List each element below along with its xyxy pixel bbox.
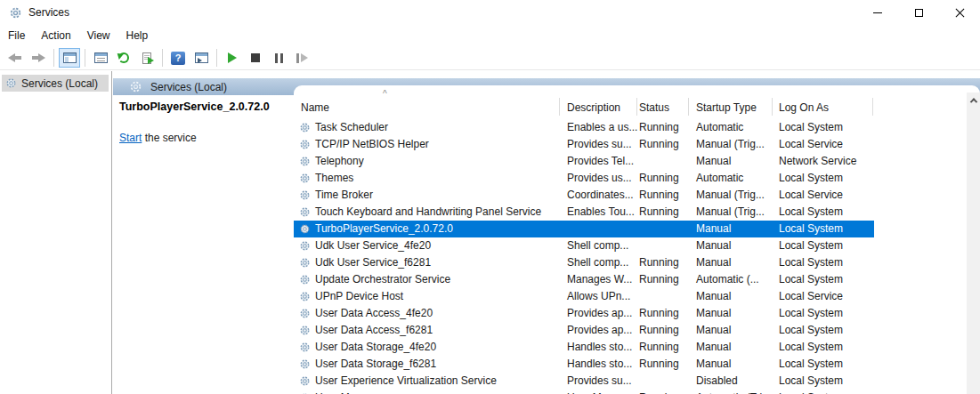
menu-file[interactable]: File (0, 27, 33, 44)
close-button[interactable] (939, 0, 980, 25)
table-row[interactable]: User Data Storage_f6281 Handles sto... R… (294, 356, 967, 373)
cell-description: Provides ap... (567, 305, 632, 322)
table-row[interactable]: Telephony Provides Tel... Manual Network… (294, 153, 967, 170)
cell-startup-type: Manual (696, 339, 731, 356)
cell-status: Running (639, 339, 679, 356)
toolbar-separator (162, 49, 163, 67)
action-pane-icon (195, 52, 208, 63)
menu-bar: File Action View Help (0, 25, 980, 46)
table-row[interactable]: Task Scheduler Enables a us... Running A… (294, 119, 967, 136)
action-pane-button[interactable] (190, 48, 212, 68)
cell-startup-type: Manual (696, 153, 731, 170)
cell-startup-type: Manual (696, 356, 731, 373)
help-button[interactable]: ? (167, 48, 189, 68)
table-row[interactable]: User Data Storage_4fe20 Handles sto... R… (294, 339, 967, 356)
cell-description: Enables a us... (567, 119, 637, 136)
back-button[interactable] (4, 48, 26, 68)
table-row[interactable]: Update Orchestrator Service Manages W...… (294, 271, 967, 288)
properties-button[interactable] (90, 48, 111, 68)
pane-header-title: Services (Local) (150, 81, 227, 93)
table-row[interactable]: User Data Access_4fe20 Provides ap... Ru… (294, 305, 967, 322)
column-separator[interactable] (636, 98, 637, 116)
table-row[interactable]: Udk User Service_f6281 Shell comp... Run… (294, 254, 967, 271)
cell-status: Running (639, 271, 679, 288)
service-gear-icon (299, 291, 311, 302)
table-row[interactable]: User Manager User Manag... Running Autom… (294, 390, 967, 394)
vertical-scrollbar[interactable] (967, 92, 980, 394)
column-header-log-on-as[interactable]: Log On As (779, 96, 829, 117)
cell-description: Provides us... (567, 170, 632, 187)
menu-action[interactable]: Action (33, 27, 78, 44)
start-service-button[interactable] (222, 48, 243, 68)
tree-item-services-local[interactable]: Services (Local) (2, 75, 109, 92)
start-service-link[interactable]: Start (119, 132, 142, 144)
table-row[interactable]: User Experience Virtualization Service P… (294, 373, 967, 390)
show-console-tree-button[interactable] (59, 48, 80, 68)
service-gear-icon (299, 257, 311, 269)
service-gear-icon (299, 240, 311, 252)
refresh-button[interactable] (113, 48, 134, 68)
cell-name: TurboPlayerService_2.0.72.0 (315, 221, 453, 237)
properties-icon (94, 52, 108, 63)
column-separator[interactable] (559, 98, 560, 116)
table-row[interactable]: UPnP Device Host Allows UPn... Manual Lo… (294, 288, 967, 305)
table-row[interactable]: Themes Provides us... Running Automatic … (294, 170, 967, 187)
service-gear-icon (299, 325, 311, 336)
service-gear-icon (299, 206, 311, 218)
cell-status: Running (639, 119, 679, 136)
scroll-up-button[interactable] (967, 92, 980, 108)
forward-icon (31, 52, 45, 64)
column-separator[interactable] (772, 98, 773, 116)
menu-view[interactable]: View (79, 27, 118, 44)
cell-startup-type: Manual (696, 305, 731, 322)
service-gear-icon (299, 223, 311, 235)
cell-status: Running (639, 204, 679, 221)
minimize-button[interactable] (857, 0, 898, 25)
table-row[interactable]: Touch Keyboard and Handwriting Panel Ser… (294, 204, 967, 221)
cell-name: TCP/IP NetBIOS Helper (315, 136, 429, 153)
menu-help[interactable]: Help (118, 27, 157, 44)
cell-description: Handles sto... (567, 339, 632, 356)
table-row[interactable]: User Data Access_f6281 Provides ap... Ru… (294, 322, 967, 339)
cell-status: Running (639, 136, 679, 153)
minimize-icon (873, 12, 882, 13)
table-row[interactable]: Time Broker Coordinates... Running Manua… (294, 187, 967, 204)
cell-log-on-as: Local System (779, 237, 843, 254)
cell-status: Running (639, 254, 679, 271)
cell-description: Provides su... (567, 136, 632, 153)
cell-startup-type: Manual (696, 322, 731, 339)
cell-name: Themes (315, 170, 353, 187)
cell-log-on-as: Network Service (779, 153, 856, 170)
service-gear-icon (299, 189, 311, 201)
cell-log-on-as: Local Service (779, 136, 843, 153)
chevron-up-icon (969, 98, 976, 105)
table-row[interactable]: TCP/IP NetBIOS Helper Provides su... Run… (294, 136, 967, 153)
services-gear-icon (5, 77, 17, 89)
column-separator[interactable] (688, 98, 689, 116)
cell-log-on-as: Local System (779, 390, 843, 394)
sort-ascending-icon: ^ (383, 89, 387, 99)
column-header-description[interactable]: Description (567, 96, 620, 117)
table-row[interactable]: TurboPlayerService_2.0.72.0 Manual Local… (294, 221, 967, 237)
export-list-button[interactable] (136, 48, 158, 68)
service-gear-icon (299, 139, 311, 150)
restart-service-button[interactable] (291, 48, 312, 68)
pause-service-button[interactable] (268, 48, 289, 68)
cell-status: Running (639, 356, 679, 373)
cell-log-on-as: Local System (779, 373, 843, 390)
cell-log-on-as: Local System (779, 305, 843, 322)
services-gear-icon (129, 80, 142, 93)
column-header-startup-type[interactable]: Startup Type (696, 96, 757, 117)
stop-service-button[interactable] (245, 48, 266, 68)
cell-startup-type: Manual (696, 288, 731, 305)
forward-button[interactable] (28, 48, 49, 68)
table-row[interactable]: Udk User Service_4fe20 Shell comp... Man… (294, 237, 967, 254)
list-body: Task Scheduler Enables a us... Running A… (294, 119, 967, 394)
column-separator[interactable] (872, 98, 873, 116)
service-action-suffix: the service (142, 132, 196, 144)
column-header-name[interactable]: Name (301, 96, 329, 117)
column-header-status[interactable]: Status (639, 96, 669, 117)
cell-name: User Data Access_f6281 (315, 322, 433, 339)
maximize-button[interactable] (898, 0, 939, 25)
extended-pane: TurboPlayerService_2.0.72.0 Start the se… (119, 101, 288, 113)
